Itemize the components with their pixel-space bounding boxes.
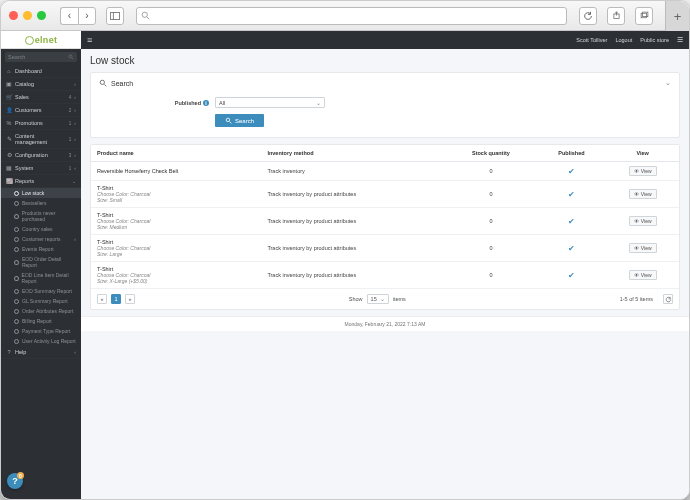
sidebar-search[interactable]: Search — [5, 52, 77, 62]
page-prev[interactable]: « — [97, 294, 107, 304]
view-button[interactable]: 👁 View — [629, 189, 657, 199]
view-button[interactable]: 👁 View — [629, 166, 657, 176]
address-bar[interactable] — [136, 7, 567, 25]
sidebar-sub-gl-summary-report[interactable]: GL Summary Report — [1, 296, 81, 306]
brand-text: elnet — [35, 35, 58, 45]
app-topbar: ≡ Scott Tolliver Logout Public store ☰ — [81, 31, 689, 49]
brand-logo: elnet — [1, 31, 81, 49]
table-row: Reversible Horseferry Check BeltTrack in… — [91, 162, 679, 181]
search-button[interactable]: Search — [215, 114, 264, 127]
tabs-button[interactable] — [635, 7, 653, 25]
cell-published: ✔ — [536, 162, 606, 181]
sidebar-sub-bestsellers[interactable]: Bestsellers — [1, 198, 81, 208]
nav-icon: ⌂ — [6, 68, 12, 74]
sidebar-sub-label: Payment Type Report — [22, 328, 70, 334]
share-button[interactable] — [607, 7, 625, 25]
sidebar-item-label: Dashboard — [15, 68, 76, 74]
page-next[interactable]: » — [125, 294, 135, 304]
svg-line-3 — [147, 17, 149, 19]
eye-icon: 👁 — [634, 191, 639, 197]
search-card-header[interactable]: Search ⌄ — [91, 73, 679, 93]
window-controls — [9, 11, 46, 20]
sidebar-item-promotions[interactable]: %Promotions1‹ — [1, 117, 81, 130]
menu-toggle-icon[interactable]: ≡ — [87, 35, 92, 45]
topbar-settings-icon[interactable]: ☰ — [677, 36, 683, 44]
sidebar-item-customers[interactable]: 👤Customers2‹ — [1, 104, 81, 117]
sidebar-item-sales[interactable]: 🛒Sales4‹ — [1, 91, 81, 104]
close-window[interactable] — [9, 11, 18, 20]
sidebar-sub-user-activity-log-report[interactable]: User Activity Log Report — [1, 336, 81, 346]
sidebar-item-configuration[interactable]: ⚙Configuration3‹ — [1, 149, 81, 162]
refresh-button[interactable] — [663, 294, 673, 304]
table-row: T-ShirtChoose Color: CharcoalSize: X-Lar… — [91, 262, 679, 289]
chevron-left-icon: ‹ — [74, 236, 76, 242]
svg-rect-0 — [111, 12, 120, 19]
sidebar-sub-label: Order Attributes Report — [22, 308, 73, 314]
table-footer: « 1 » Show 15 ⌄ items 1-5 of 5 items — [91, 289, 679, 309]
sidebar-sub-low-stock[interactable]: Low stock — [1, 188, 81, 198]
sidebar-sub-billing-report[interactable]: Billing Report — [1, 316, 81, 326]
sidebar-sub-label: Events Report — [22, 246, 54, 252]
cell-qty: 0 — [445, 208, 536, 235]
col-stock-quantity: Stock quantity — [445, 145, 536, 162]
info-icon[interactable]: i — [203, 100, 209, 106]
range-label: 1-5 of 5 items — [620, 296, 653, 302]
table-row: T-ShirtChoose Color: CharcoalSize: Small… — [91, 181, 679, 208]
view-button[interactable]: 👁 View — [629, 216, 657, 226]
chevron-down-icon: ⌄ — [72, 178, 76, 184]
sidebar-item-dashboard[interactable]: ⌂Dashboard — [1, 65, 81, 78]
page-size-select[interactable]: 15 ⌄ — [367, 294, 389, 304]
sidebar-sub-events-report[interactable]: Events Report — [1, 244, 81, 254]
nav-icon: ✎ — [6, 136, 12, 142]
sidebar-sub-order-attributes-report[interactable]: Order Attributes Report — [1, 306, 81, 316]
browser-toolbar: ‹ › + — [1, 1, 689, 31]
chevron-down-icon: ⌄ — [380, 296, 385, 302]
cell-view: 👁 View — [606, 181, 679, 208]
sidebar-item-label: Configuration — [15, 152, 66, 158]
sidebar-item-catalog[interactable]: ▣Catalog‹ — [1, 78, 81, 91]
results-table: Product nameInventory methodStock quanti… — [91, 145, 679, 289]
cell-published: ✔ — [536, 235, 606, 262]
badge: 4 — [69, 95, 72, 100]
topbar-user[interactable]: Scott Tolliver — [576, 37, 607, 43]
sidebar-item-content-management[interactable]: ✎Content management1‹ — [1, 130, 81, 149]
chevron-left-icon: ‹ — [74, 81, 76, 87]
published-select[interactable]: All ⌄ — [215, 97, 325, 108]
maximize-window[interactable] — [37, 11, 46, 20]
sidebar-sub-customer-reports[interactable]: Customer reports‹ — [1, 234, 81, 244]
nav-icon: ⚙ — [6, 152, 12, 158]
view-button[interactable]: 👁 View — [629, 243, 657, 253]
back-button[interactable]: ‹ — [60, 7, 78, 25]
cell-view: 👁 View — [606, 208, 679, 235]
reload-button[interactable] — [579, 7, 597, 25]
forward-button[interactable]: › — [78, 7, 96, 25]
sidebar-sub-eod-summary-report[interactable]: EOD Summary Report — [1, 286, 81, 296]
show-label: Show — [349, 296, 363, 302]
sidebar-sub-eod-order-detail-report[interactable]: EOD Order Detail Report — [1, 254, 81, 270]
sidebar-sub-products-never-purchased[interactable]: Products never purchased — [1, 208, 81, 224]
bullet-icon — [14, 299, 19, 304]
help-bubble[interactable]: ? 0 — [7, 473, 23, 489]
sidebar-sub-country-sales[interactable]: Country sales — [1, 224, 81, 234]
minimize-window[interactable] — [23, 11, 32, 20]
main: ≡ Scott Tolliver Logout Public store ☰ L… — [81, 31, 689, 499]
sidebar-toggle-button[interactable] — [106, 7, 124, 25]
sidebar-item-reports[interactable]: 📈Reports⌄ — [1, 175, 81, 188]
sidebar-item-help[interactable]: ? Help ‹ — [1, 346, 81, 359]
cell-method: Track inventory — [261, 162, 445, 181]
view-button[interactable]: 👁 View — [629, 270, 657, 280]
sidebar-item-system[interactable]: ▦System1‹ — [1, 162, 81, 175]
new-tab-button[interactable]: + — [665, 1, 689, 31]
topbar-logout[interactable]: Logout — [615, 37, 632, 43]
sidebar-sub-payment-type-report[interactable]: Payment Type Report — [1, 326, 81, 336]
sidebar-sub-eod-line-item-detail-report[interactable]: EOD Line Item Detail Report — [1, 270, 81, 286]
sidebar-search-placeholder: Search — [8, 54, 68, 60]
badge: 1 — [69, 137, 72, 142]
svg-point-7 — [69, 55, 72, 58]
topbar-public-store[interactable]: Public store — [640, 37, 669, 43]
cell-qty: 0 — [445, 235, 536, 262]
sidebar-sub-label: EOD Summary Report — [22, 288, 72, 294]
page-1[interactable]: 1 — [111, 294, 121, 304]
items-label: items — [393, 296, 406, 302]
table-row: T-ShirtChoose Color: CharcoalSize: Mediu… — [91, 208, 679, 235]
